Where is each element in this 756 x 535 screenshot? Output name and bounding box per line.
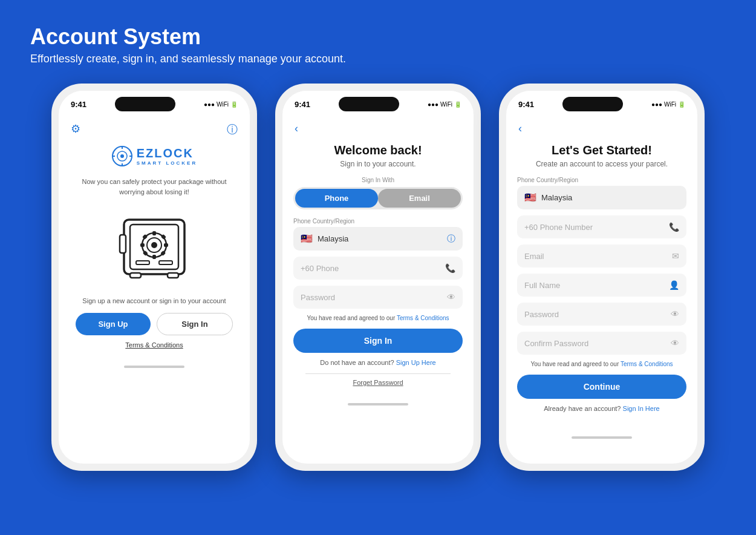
phone-input-2[interactable]: +60 Phone 📞 (293, 257, 463, 280)
phone-2-screen: 9:41 ●●● WiFi 🔋 ‹ Welcome back! Sign in … (282, 91, 474, 464)
terms-link-2[interactable]: Terms & Conditions (397, 315, 449, 321)
phone-3-screen: 9:41 ●●● WiFi 🔋 ‹ Let's Get Started! Cre… (506, 91, 697, 464)
divider-2 (305, 373, 451, 374)
gear-icon[interactable]: ⚙ (71, 122, 80, 137)
phone-icon-2: 📞 (445, 263, 455, 273)
malaysia-flag-3: 🇲🇾 (524, 192, 536, 203)
signin-title: Welcome back! (293, 143, 463, 157)
email-placeholder-3: Email (524, 252, 544, 261)
safe-illustration (70, 202, 239, 292)
status-time-2: 9:41 (295, 100, 310, 109)
phone-3-frame: 9:41 ●●● WiFi 🔋 ‹ Let's Get Started! Cre… (499, 84, 705, 471)
email-toggle-btn[interactable]: Email (378, 189, 461, 208)
eye-icon-3: 👁 (671, 309, 679, 319)
confirm-input-3[interactable]: Confirm Password 👁 (517, 332, 686, 355)
svg-rect-15 (140, 243, 145, 247)
toggle-label: Sign In With (293, 177, 463, 183)
svg-rect-22 (159, 261, 172, 264)
page-header: Account System Effortlessly create, sign… (30, 24, 726, 65)
terms-row-3: You have read and agreed to our Terms & … (517, 361, 686, 367)
password-placeholder-2: Password (301, 293, 335, 302)
have-account-row: Already have an account? Sign In Here (517, 405, 686, 412)
home-description: Now you can safely protect your package … (82, 177, 227, 197)
phone-1-screen: 9:41 ●●● WiFi 🔋 ⚙ ⓘ (59, 91, 250, 464)
terms-row-2: You have read and agreed to our Terms & … (293, 315, 463, 321)
register-subtitle: Create an account to access your parcel. (517, 160, 686, 168)
no-account-row: Do not have an account? Sign Up Here (293, 359, 463, 366)
phones-container: 9:41 ●●● WiFi 🔋 ⚙ ⓘ (30, 84, 726, 471)
phone-input-3[interactable]: +60 Phone Number 📞 (517, 215, 686, 238)
password-input-3[interactable]: Password 👁 (517, 303, 686, 326)
phone-2-frame: 9:41 ●●● WiFi 🔋 ‹ Welcome back! Sign in … (275, 84, 481, 471)
fullname-input-3[interactable]: Full Name 👤 (517, 274, 686, 297)
phone-toggle-btn[interactable]: Phone (295, 189, 378, 208)
terms-link-3[interactable]: Terms & Conditions (621, 361, 673, 367)
safe-svg (115, 208, 194, 286)
svg-rect-9 (120, 235, 126, 253)
signup-button[interactable]: Sign Up (76, 313, 151, 335)
home-buttons: Sign Up Sign In (76, 313, 233, 335)
eye-slash-icon-3: 👁 (671, 338, 679, 348)
signin-button[interactable]: Sign In (157, 313, 233, 335)
malaysia-flag-2: 🇲🇾 (301, 233, 313, 245)
svg-point-12 (151, 242, 157, 248)
logo-area: EZLOCK SMART LOCKER (70, 139, 239, 172)
country-selector-2[interactable]: 🇲🇾 Malaysia ⓘ (293, 227, 463, 251)
chevron-icon-2: ⓘ (447, 234, 455, 245)
home-bottom-text: Sign up a new account or sign in to your… (70, 297, 239, 304)
home-indicator-2 (348, 403, 408, 405)
svg-rect-13 (152, 231, 156, 235)
svg-rect-23 (130, 273, 141, 278)
home-indicator-1 (124, 366, 184, 368)
signup-link-2[interactable]: Sign Up Here (396, 359, 436, 366)
email-input-3[interactable]: Email ✉ (517, 245, 686, 268)
phone-1-frame: 9:41 ●●● WiFi 🔋 ⚙ ⓘ (51, 84, 257, 471)
status-time-1: 9:41 (71, 100, 86, 109)
country-name-2: Malaysia (318, 234, 348, 243)
forget-password-link[interactable]: Forget Password (293, 379, 463, 386)
country-label-3: Phone Country/Region (517, 177, 686, 183)
page-title: Account System (30, 24, 726, 50)
password-input-2[interactable]: Password 👁 (293, 286, 463, 309)
terms-link-1[interactable]: Terms & Conditions (70, 341, 239, 349)
signin-btn-2[interactable]: Sign In (293, 329, 463, 353)
fullname-placeholder-3: Full Name (524, 281, 560, 290)
person-icon-3: 👤 (669, 280, 679, 290)
home-top-icons: ⚙ ⓘ (70, 117, 239, 139)
page-subtitle: Effortlessly create, sign in, and seamle… (30, 53, 726, 65)
sign-in-toggle: Phone Email (293, 187, 463, 209)
country-label-2: Phone Country/Region (293, 218, 463, 225)
svg-rect-16 (164, 243, 168, 247)
eye-icon-2: 👁 (447, 292, 455, 302)
logo-name: EZLOCK (137, 146, 197, 160)
back-arrow-3[interactable]: ‹ (517, 117, 686, 137)
confirm-placeholder-3: Confirm Password (524, 339, 588, 348)
register-title: Let's Get Started! (517, 143, 686, 157)
signin-subtitle: Sign in to your account. (293, 160, 463, 168)
country-selector-3[interactable]: 🇲🇾 Malaysia (517, 186, 686, 209)
svg-rect-21 (136, 261, 149, 264)
back-arrow-2[interactable]: ‹ (293, 117, 463, 137)
svg-point-2 (120, 154, 124, 158)
logo-icon (111, 145, 133, 167)
continue-btn-3[interactable]: Continue (517, 375, 686, 399)
home-indicator-3 (572, 436, 632, 439)
logo-tagline: SMART LOCKER (137, 160, 197, 166)
phone-placeholder-3: +60 Phone Number (524, 223, 593, 232)
password-placeholder-3: Password (524, 310, 559, 319)
email-icon-3: ✉ (672, 251, 679, 261)
signin-link-3[interactable]: Sign In Here (623, 405, 660, 412)
country-name-3: Malaysia (541, 193, 572, 202)
info-icon[interactable]: ⓘ (227, 122, 238, 137)
svg-rect-24 (168, 273, 178, 278)
status-time-3: 9:41 (518, 100, 534, 109)
svg-rect-14 (152, 255, 156, 259)
phone-placeholder-2: +60 Phone (301, 264, 339, 273)
phone-icon-3: 📞 (669, 222, 679, 232)
